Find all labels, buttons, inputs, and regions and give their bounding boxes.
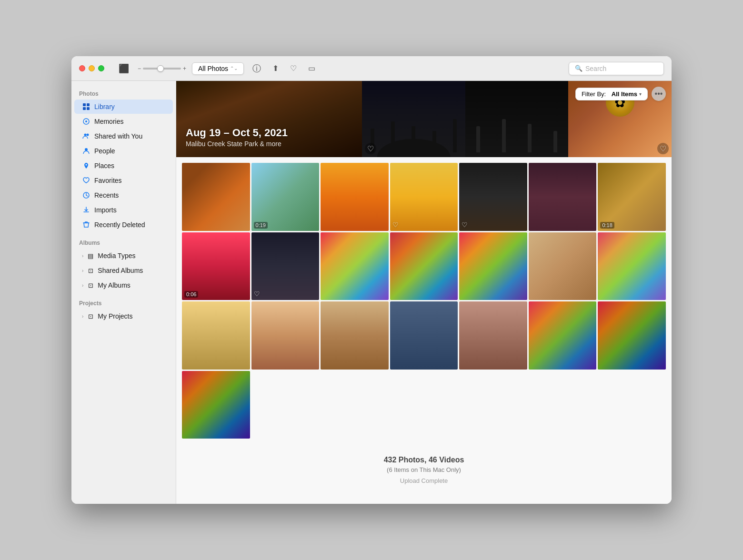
video-duration: 0:18 bbox=[600, 222, 614, 229]
heart-overlay: ♡ bbox=[392, 221, 399, 229]
filter-button[interactable]: Filter By: All Items ▾ bbox=[575, 88, 648, 100]
photo-thumb[interactable] bbox=[529, 301, 597, 370]
sidebar-item-recents[interactable]: Recents bbox=[74, 188, 173, 202]
memory-banner[interactable]: ♡ ✿ bbox=[176, 81, 672, 157]
photo-thumb[interactable] bbox=[390, 232, 458, 300]
svg-point-5 bbox=[85, 120, 87, 122]
photo-thumb[interactable] bbox=[459, 232, 527, 300]
expand-arrow-shared-icon: › bbox=[82, 268, 83, 273]
svg-point-9 bbox=[86, 164, 87, 166]
all-photos-button[interactable]: All Photos ⌃⌄ bbox=[192, 62, 244, 75]
content-footer: 432 Photos, 46 Videos (6 Items on This M… bbox=[176, 444, 672, 492]
people-label: People bbox=[94, 147, 115, 155]
sidebar-item-library[interactable]: Library bbox=[74, 100, 173, 114]
chevron-updown-icon: ⌃⌄ bbox=[230, 66, 238, 71]
trash-icon bbox=[82, 220, 90, 229]
sidebar-item-my-projects[interactable]: › ⊡ My Projects bbox=[74, 309, 173, 323]
memory-location: Malibu Creek State Park & more bbox=[186, 140, 288, 148]
more-options-button[interactable]: ••• bbox=[652, 87, 666, 101]
photo-thumb[interactable] bbox=[529, 163, 597, 231]
my-projects-icon: ⊡ bbox=[86, 312, 95, 320]
photo-thumb[interactable] bbox=[598, 232, 666, 300]
photo-thumb[interactable] bbox=[182, 301, 250, 370]
favorite-button[interactable]: ♡ bbox=[287, 62, 300, 75]
photo-grid: 0:19 ♡ ♡ 0:18 0:06 ♡ bbox=[176, 157, 672, 444]
my-albums-label: My Albums bbox=[98, 281, 130, 289]
close-button[interactable] bbox=[79, 65, 85, 71]
shared-albums-icon: ⊡ bbox=[86, 266, 95, 275]
imports-icon bbox=[82, 206, 90, 214]
search-box[interactable]: 🔍 Search bbox=[569, 62, 664, 75]
sidebar-item-imports[interactable]: Imports bbox=[74, 203, 173, 217]
search-placeholder: Search bbox=[585, 65, 606, 72]
upload-status: Upload Complete bbox=[184, 477, 664, 484]
albums-section-label: Albums bbox=[71, 236, 176, 248]
content-area: ♡ ✿ bbox=[176, 81, 672, 504]
all-photos-label: All Photos bbox=[198, 65, 228, 72]
photo-thumb[interactable]: 0:18 bbox=[598, 163, 666, 231]
main-window: ⬛ − + All Photos ⌃⌄ ⓘ ⬆ ♡ ▭ 🔍 Search bbox=[71, 56, 672, 504]
places-icon bbox=[82, 161, 90, 170]
photo-thumb[interactable]: 0:19 bbox=[251, 163, 320, 231]
photo-thumb[interactable]: ♡ bbox=[251, 232, 320, 300]
minimize-button[interactable] bbox=[89, 65, 95, 71]
memories-label: Memories bbox=[94, 118, 123, 125]
maximize-button[interactable] bbox=[98, 65, 104, 71]
search-icon: 🔍 bbox=[575, 65, 582, 72]
sidebar-item-memories[interactable]: Memories bbox=[74, 114, 173, 129]
media-types-icon: ▤ bbox=[86, 251, 95, 260]
sidebar-item-shared-with-you[interactable]: Shared with You bbox=[74, 129, 173, 143]
memories-icon bbox=[82, 117, 90, 126]
zoom-slider[interactable] bbox=[143, 68, 181, 70]
share-button[interactable]: ⬆ bbox=[270, 62, 281, 75]
imports-label: Imports bbox=[94, 206, 117, 214]
titlebar: ⬛ − + All Photos ⌃⌄ ⓘ ⬆ ♡ ▭ 🔍 Search bbox=[71, 56, 672, 81]
expand-arrow-my-icon: › bbox=[82, 283, 83, 288]
info-icon: ⓘ bbox=[252, 63, 261, 74]
library-label: Library bbox=[94, 103, 115, 110]
slideshow-button[interactable]: ⬛ bbox=[116, 61, 132, 76]
photo-thumb[interactable] bbox=[598, 301, 666, 370]
traffic-lights bbox=[79, 65, 104, 71]
photo-thumb[interactable] bbox=[321, 301, 389, 370]
photo-thumb[interactable] bbox=[251, 301, 320, 370]
info-button[interactable]: ⓘ bbox=[250, 61, 264, 76]
shared-albums-label: Shared Albums bbox=[98, 267, 143, 274]
svg-point-8 bbox=[85, 148, 88, 151]
slideshow-icon: ⬛ bbox=[119, 63, 129, 74]
zoom-plus-icon: + bbox=[183, 65, 186, 72]
photo-thumb[interactable] bbox=[529, 232, 597, 300]
heart-icon: ♡ bbox=[290, 64, 297, 73]
photo-thumb[interactable] bbox=[459, 301, 527, 370]
display-icon: ▭ bbox=[308, 64, 315, 73]
sidebar: Photos Library bbox=[71, 81, 176, 504]
svg-rect-2 bbox=[83, 107, 86, 110]
people-icon bbox=[82, 147, 90, 155]
photo-thumb[interactable]: ♡ bbox=[390, 163, 458, 231]
photo-thumb[interactable] bbox=[390, 301, 458, 370]
sidebar-item-my-albums[interactable]: › ⊡ My Albums bbox=[74, 278, 173, 292]
photo-thumb[interactable]: 0:06 bbox=[182, 232, 250, 300]
sidebar-item-places[interactable]: Places bbox=[74, 159, 173, 173]
library-icon bbox=[82, 102, 90, 111]
shared-with-you-icon bbox=[82, 132, 90, 140]
sidebar-item-recently-deleted[interactable]: Recently Deleted bbox=[74, 218, 173, 232]
photo-thumb[interactable]: ♡ bbox=[459, 163, 527, 231]
sidebar-item-media-types[interactable]: › ▤ Media Types bbox=[74, 249, 173, 263]
photo-thumb[interactable] bbox=[182, 371, 250, 439]
projects-section-label: Projects bbox=[71, 296, 176, 309]
photo-thumb[interactable] bbox=[182, 163, 250, 231]
filter-label: Filter By: bbox=[582, 90, 606, 98]
sidebar-item-shared-albums[interactable]: › ⊡ Shared Albums bbox=[74, 263, 173, 278]
photo-thumb[interactable] bbox=[321, 232, 389, 300]
slideshow2-button[interactable]: ▭ bbox=[305, 62, 318, 75]
expand-arrow-icon: › bbox=[82, 253, 83, 259]
photo-thumb[interactable] bbox=[321, 163, 389, 231]
my-albums-icon: ⊡ bbox=[86, 281, 95, 290]
heart-overlay: ♡ bbox=[254, 290, 260, 298]
recents-label: Recents bbox=[94, 191, 119, 199]
recents-icon bbox=[82, 191, 90, 200]
sidebar-item-favorites[interactable]: Favorites bbox=[74, 173, 173, 188]
favorites-label: Favorites bbox=[94, 177, 122, 184]
sidebar-item-people[interactable]: People bbox=[74, 144, 173, 158]
